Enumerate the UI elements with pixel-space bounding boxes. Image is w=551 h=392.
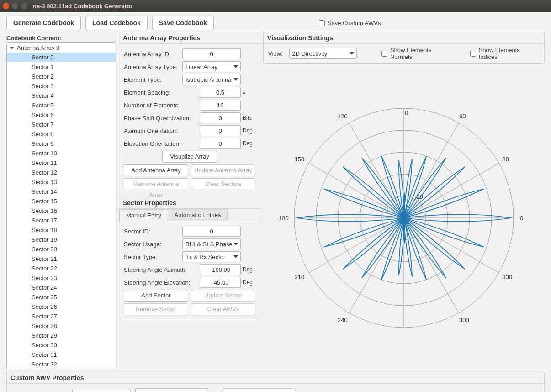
quant-input[interactable] bbox=[200, 112, 241, 123]
angle-label: 30 bbox=[502, 156, 509, 163]
update-array-button[interactable]: Update Antenna Array bbox=[191, 164, 255, 176]
svg-line-10 bbox=[309, 163, 404, 218]
tree-item-sector[interactable]: Sector 2 bbox=[7, 72, 116, 81]
steer-el-input[interactable] bbox=[200, 277, 241, 288]
array-type-select[interactable] bbox=[182, 61, 241, 72]
tree-item-sector[interactable]: Sector 8 bbox=[7, 129, 116, 139]
tree-item-sector[interactable]: Sector 6 bbox=[7, 110, 116, 120]
tree-item-sector[interactable]: Sector 20 bbox=[7, 244, 116, 254]
tree-item-sector[interactable]: Sector 30 bbox=[7, 340, 116, 350]
tree-item-sector[interactable]: Sector 11 bbox=[7, 158, 116, 168]
element-type-select[interactable] bbox=[182, 74, 241, 85]
tree-item-sector[interactable]: Sector 1 bbox=[7, 62, 116, 72]
update-sector-button[interactable]: Update Sector bbox=[191, 290, 255, 302]
save-custom-awvs-input[interactable] bbox=[319, 20, 325, 26]
generate-codebook-button[interactable]: Generate Codebook bbox=[6, 16, 81, 30]
tree-root-item[interactable]: Antenna Array 0 bbox=[7, 43, 116, 53]
array-id-input[interactable] bbox=[182, 48, 241, 59]
tree-item-sector[interactable]: Sector 21 bbox=[7, 254, 116, 264]
spacing-label: Element Spacing: bbox=[124, 89, 200, 96]
steer-az-input[interactable] bbox=[200, 264, 241, 275]
element-type-label: Element Type: bbox=[124, 76, 182, 83]
clear-awvs-button[interactable]: Clear AWVs bbox=[191, 303, 255, 315]
tree-item-sector[interactable]: Sector 23 bbox=[7, 273, 116, 283]
spacing-unit: λ bbox=[243, 89, 255, 95]
visualize-array-button[interactable]: Visualize Array bbox=[162, 151, 217, 163]
tree-item-sector[interactable]: Sector 14 bbox=[7, 187, 116, 196]
tree-item-sector[interactable]: Sector 3 bbox=[7, 81, 116, 91]
sector-usage-label: Sector Usage: bbox=[124, 241, 182, 248]
tree-item-sector[interactable]: Sector 32 bbox=[7, 360, 116, 369]
show-normals-input[interactable] bbox=[381, 51, 387, 57]
tree-item-sector[interactable]: Sector 25 bbox=[7, 292, 116, 302]
tree-item-sector[interactable]: Sector 17 bbox=[7, 216, 116, 225]
tree-item-sector[interactable]: Sector 0 bbox=[7, 53, 116, 62]
steer-el-unit: Deg bbox=[243, 279, 255, 286]
show-indices-label: Show Elements Indices bbox=[479, 47, 540, 60]
pattern-lobe bbox=[343, 167, 404, 218]
codebook-content-label: Codebook Content: bbox=[6, 35, 116, 42]
tree-item-sector[interactable]: Sector 27 bbox=[7, 312, 116, 321]
tree-item-sector[interactable]: Sector 18 bbox=[7, 225, 116, 235]
elevation-unit: Deg bbox=[243, 140, 255, 147]
tree-item-sector[interactable]: Sector 28 bbox=[7, 321, 116, 331]
maximize-icon[interactable] bbox=[21, 3, 27, 9]
show-normals-checkbox[interactable]: Show Elements Normals bbox=[381, 47, 455, 60]
show-indices-input[interactable] bbox=[470, 51, 476, 57]
save-codebook-button[interactable]: Save Codebook bbox=[152, 16, 214, 30]
tree-item-sector[interactable]: Sector 19 bbox=[7, 235, 116, 244]
window-title: ns-3 802.11ad Codebook Generator bbox=[33, 3, 132, 10]
pattern-lobe bbox=[404, 167, 465, 218]
tab-automatic-entries[interactable]: Automatic Entries bbox=[168, 209, 228, 221]
azimuth-label: Azimuth Orientation: bbox=[124, 127, 200, 134]
pattern-lobe bbox=[404, 218, 465, 269]
sector-id-input[interactable] bbox=[182, 226, 241, 237]
clear-sectors-button[interactable]: Clear Sectors bbox=[191, 178, 255, 190]
tree-item-sector[interactable]: Sector 26 bbox=[7, 302, 116, 312]
spacing-input[interactable] bbox=[200, 87, 241, 98]
sector-type-select[interactable] bbox=[182, 251, 241, 262]
load-codebook-button[interactable]: Load Codebook bbox=[85, 16, 148, 30]
quant-label: Phase Shift Quantization: bbox=[124, 115, 200, 122]
add-sector-button[interactable]: Add Sector bbox=[124, 290, 188, 302]
quant-unit: Bits bbox=[243, 115, 255, 121]
tree-item-sector[interactable]: Sector 13 bbox=[7, 177, 116, 187]
update-awv-button[interactable]: Update AWV bbox=[222, 388, 295, 392]
awv-panel: Custom AWV Properties AWV ID: Add AWV Up… bbox=[6, 372, 545, 392]
tree-item-sector[interactable]: Sector 31 bbox=[7, 350, 116, 360]
minimize-icon[interactable] bbox=[12, 3, 18, 9]
tab-manual-entry[interactable]: Manual Entry bbox=[119, 209, 168, 221]
angle-label: 240 bbox=[338, 317, 348, 323]
sector-id-label: Sector ID: bbox=[124, 228, 182, 235]
num-elements-input[interactable] bbox=[200, 100, 241, 111]
tree-item-sector[interactable]: Sector 29 bbox=[7, 331, 116, 340]
sector-usage-select[interactable] bbox=[182, 238, 241, 249]
tree-item-sector[interactable]: Sector 10 bbox=[7, 148, 116, 158]
tree-item-sector[interactable]: Sector 12 bbox=[7, 168, 116, 177]
tree-item-sector[interactable]: Sector 24 bbox=[7, 283, 116, 292]
tree-item-sector[interactable]: Sector 4 bbox=[7, 91, 116, 101]
remove-array-button[interactable]: Remove Antenna Array bbox=[124, 178, 188, 190]
tree-item-sector[interactable]: Sector 16 bbox=[7, 206, 116, 216]
remove-sector-button[interactable]: Remove Sector bbox=[124, 303, 188, 315]
elevation-label: Elevation Orientation: bbox=[124, 140, 200, 147]
sector-panel: Sector Properties Manual Entry Automatic… bbox=[119, 197, 260, 319]
awv-id-input[interactable] bbox=[72, 389, 131, 392]
tree-item-sector[interactable]: Sector 15 bbox=[7, 196, 116, 206]
pattern-lobe bbox=[343, 218, 404, 269]
add-awv-button[interactable]: Add AWV bbox=[135, 388, 208, 392]
tree-item-sector[interactable]: Sector 5 bbox=[7, 101, 116, 110]
tree-item-sector[interactable]: Sector 22 bbox=[7, 264, 116, 273]
show-indices-checkbox[interactable]: Show Elements Indices bbox=[470, 47, 540, 60]
elevation-input[interactable] bbox=[200, 138, 241, 149]
add-array-button[interactable]: Add Antenna Array bbox=[124, 164, 188, 176]
tree-item-sector[interactable]: Sector 9 bbox=[7, 139, 116, 148]
close-icon[interactable] bbox=[3, 3, 9, 9]
azimuth-input[interactable] bbox=[200, 125, 241, 136]
save-custom-awvs-checkbox[interactable]: Save Custom AWVs bbox=[319, 20, 381, 26]
view-select[interactable] bbox=[289, 48, 357, 59]
codebook-tree[interactable]: Antenna Array 0 Sector 0Sector 1Sector 2… bbox=[6, 42, 116, 369]
titlebar: ns-3 802.11ad Codebook Generator bbox=[0, 0, 551, 12]
vis-panel-title: Visualization Settings bbox=[264, 32, 544, 44]
tree-item-sector[interactable]: Sector 7 bbox=[7, 120, 116, 129]
